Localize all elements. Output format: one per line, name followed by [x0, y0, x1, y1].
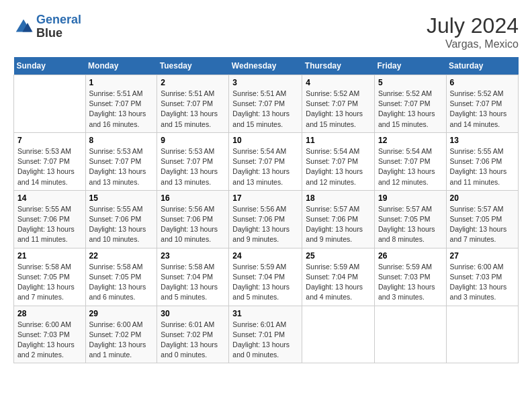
day-number: 23	[161, 251, 225, 261]
day-number: 19	[378, 193, 443, 203]
title-block: July 2024 Vargas, Mexico	[427, 13, 519, 50]
day-info: Sunrise: 5:57 AM Sunset: 7:05 PM Dayligh…	[450, 204, 515, 245]
day-number: 16	[161, 193, 225, 203]
calendar-cell: 5Sunrise: 5:52 AM Sunset: 7:07 PM Daylig…	[374, 75, 446, 133]
calendar-cell: 18Sunrise: 5:57 AM Sunset: 7:06 PM Dayli…	[302, 190, 375, 248]
day-info: Sunrise: 5:55 AM Sunset: 7:06 PM Dayligh…	[17, 204, 82, 245]
day-number: 27	[450, 251, 515, 261]
day-info: Sunrise: 5:51 AM Sunset: 7:07 PM Dayligh…	[161, 89, 225, 130]
day-number: 25	[306, 251, 371, 261]
day-number: 9	[161, 136, 225, 145]
day-number: 4	[306, 78, 371, 87]
day-number: 3	[232, 78, 298, 87]
day-number: 6	[450, 78, 515, 87]
logo: General Blue	[13, 13, 81, 40]
page-header: General Blue July 2024 Vargas, Mexico	[13, 13, 519, 50]
calendar-cell	[302, 306, 375, 363]
location: Vargas, Mexico	[427, 38, 519, 50]
calendar-cell: 13Sunrise: 5:55 AM Sunset: 7:06 PM Dayli…	[446, 132, 518, 190]
day-of-week-header: Monday	[85, 57, 157, 75]
day-number: 28	[17, 309, 82, 318]
calendar-cell: 17Sunrise: 5:56 AM Sunset: 7:06 PM Dayli…	[229, 190, 302, 248]
calendar-cell: 24Sunrise: 5:59 AM Sunset: 7:04 PM Dayli…	[229, 248, 302, 306]
day-info: Sunrise: 5:53 AM Sunset: 7:07 PM Dayligh…	[17, 146, 82, 187]
logo-line1: General	[36, 13, 81, 26]
day-info: Sunrise: 5:59 AM Sunset: 7:04 PM Dayligh…	[306, 262, 371, 303]
day-number: 24	[232, 251, 298, 261]
calendar-cell: 21Sunrise: 5:58 AM Sunset: 7:05 PM Dayli…	[14, 248, 86, 306]
calendar-header-row: SundayMondayTuesdayWednesdayThursdayFrid…	[14, 57, 519, 75]
day-of-week-header: Friday	[374, 57, 446, 75]
day-number: 17	[232, 193, 298, 203]
day-info: Sunrise: 5:51 AM Sunset: 7:07 PM Dayligh…	[89, 89, 154, 130]
day-info: Sunrise: 5:54 AM Sunset: 7:07 PM Dayligh…	[378, 146, 443, 187]
day-info: Sunrise: 6:00 AM Sunset: 7:03 PM Dayligh…	[450, 262, 515, 303]
calendar-cell: 8Sunrise: 5:53 AM Sunset: 7:07 PM Daylig…	[85, 132, 157, 190]
day-info: Sunrise: 5:58 AM Sunset: 7:04 PM Dayligh…	[161, 262, 225, 303]
day-of-week-header: Sunday	[14, 57, 86, 75]
day-number: 12	[378, 136, 443, 145]
calendar-cell: 10Sunrise: 5:54 AM Sunset: 7:07 PM Dayli…	[229, 132, 302, 190]
calendar-cell: 22Sunrise: 5:58 AM Sunset: 7:05 PM Dayli…	[85, 248, 157, 306]
calendar-cell: 9Sunrise: 5:53 AM Sunset: 7:07 PM Daylig…	[157, 132, 229, 190]
calendar-cell: 1Sunrise: 5:51 AM Sunset: 7:07 PM Daylig…	[85, 75, 157, 133]
calendar-cell: 16Sunrise: 5:56 AM Sunset: 7:06 PM Dayli…	[157, 190, 229, 248]
day-number: 18	[306, 193, 371, 203]
calendar-cell: 19Sunrise: 5:57 AM Sunset: 7:05 PM Dayli…	[374, 190, 446, 248]
calendar-cell: 3Sunrise: 5:51 AM Sunset: 7:07 PM Daylig…	[229, 75, 302, 133]
day-number: 22	[89, 251, 154, 261]
calendar-cell	[446, 306, 518, 363]
calendar-cell: 26Sunrise: 5:59 AM Sunset: 7:03 PM Dayli…	[374, 248, 446, 306]
calendar-week-row: 1Sunrise: 5:51 AM Sunset: 7:07 PM Daylig…	[14, 75, 519, 133]
day-number: 26	[378, 251, 443, 261]
day-of-week-header: Thursday	[302, 57, 375, 75]
calendar-cell	[374, 306, 446, 363]
day-number: 15	[89, 193, 154, 203]
calendar-cell: 7Sunrise: 5:53 AM Sunset: 7:07 PM Daylig…	[14, 132, 86, 190]
day-info: Sunrise: 5:53 AM Sunset: 7:07 PM Dayligh…	[89, 146, 154, 187]
calendar-cell: 15Sunrise: 5:55 AM Sunset: 7:06 PM Dayli…	[85, 190, 157, 248]
day-info: Sunrise: 5:57 AM Sunset: 7:05 PM Dayligh…	[378, 204, 443, 245]
day-info: Sunrise: 5:52 AM Sunset: 7:07 PM Dayligh…	[450, 89, 515, 130]
day-info: Sunrise: 5:56 AM Sunset: 7:06 PM Dayligh…	[232, 204, 298, 245]
day-info: Sunrise: 5:57 AM Sunset: 7:06 PM Dayligh…	[306, 204, 371, 245]
day-number: 30	[161, 309, 225, 318]
calendar-week-row: 14Sunrise: 5:55 AM Sunset: 7:06 PM Dayli…	[14, 190, 519, 248]
day-info: Sunrise: 6:01 AM Sunset: 7:01 PM Dayligh…	[232, 320, 298, 361]
day-info: Sunrise: 5:55 AM Sunset: 7:06 PM Dayligh…	[450, 146, 515, 187]
calendar-week-row: 7Sunrise: 5:53 AM Sunset: 7:07 PM Daylig…	[14, 132, 519, 190]
day-of-week-header: Tuesday	[157, 57, 229, 75]
day-number: 5	[378, 78, 443, 87]
calendar-cell	[14, 75, 86, 133]
day-number: 21	[17, 251, 82, 261]
day-number: 13	[450, 136, 515, 145]
calendar-cell: 27Sunrise: 6:00 AM Sunset: 7:03 PM Dayli…	[446, 248, 518, 306]
day-info: Sunrise: 6:01 AM Sunset: 7:02 PM Dayligh…	[161, 320, 225, 361]
day-info: Sunrise: 5:58 AM Sunset: 7:05 PM Dayligh…	[89, 262, 154, 303]
calendar-cell: 23Sunrise: 5:58 AM Sunset: 7:04 PM Dayli…	[157, 248, 229, 306]
calendar-cell: 31Sunrise: 6:01 AM Sunset: 7:01 PM Dayli…	[229, 306, 302, 363]
calendar-cell: 30Sunrise: 6:01 AM Sunset: 7:02 PM Dayli…	[157, 306, 229, 363]
day-number: 8	[89, 136, 154, 145]
day-of-week-header: Wednesday	[229, 57, 302, 75]
calendar-cell: 11Sunrise: 5:54 AM Sunset: 7:07 PM Dayli…	[302, 132, 375, 190]
day-number: 11	[306, 136, 371, 145]
day-number: 10	[232, 136, 298, 145]
day-info: Sunrise: 5:51 AM Sunset: 7:07 PM Dayligh…	[232, 89, 298, 130]
calendar-cell: 14Sunrise: 5:55 AM Sunset: 7:06 PM Dayli…	[14, 190, 86, 248]
calendar-week-row: 21Sunrise: 5:58 AM Sunset: 7:05 PM Dayli…	[14, 248, 519, 306]
day-info: Sunrise: 5:52 AM Sunset: 7:07 PM Dayligh…	[378, 89, 443, 130]
day-info: Sunrise: 6:00 AM Sunset: 7:02 PM Dayligh…	[89, 320, 154, 361]
day-info: Sunrise: 5:54 AM Sunset: 7:07 PM Dayligh…	[306, 146, 371, 187]
day-info: Sunrise: 5:59 AM Sunset: 7:04 PM Dayligh…	[232, 262, 298, 303]
calendar-cell: 25Sunrise: 5:59 AM Sunset: 7:04 PM Dayli…	[302, 248, 375, 306]
calendar-cell: 2Sunrise: 5:51 AM Sunset: 7:07 PM Daylig…	[157, 75, 229, 133]
day-number: 29	[89, 309, 154, 318]
logo-text: General Blue	[36, 13, 81, 40]
logo-line2: Blue	[36, 27, 81, 40]
calendar-cell: 6Sunrise: 5:52 AM Sunset: 7:07 PM Daylig…	[446, 75, 518, 133]
day-info: Sunrise: 5:55 AM Sunset: 7:06 PM Dayligh…	[89, 204, 154, 245]
day-info: Sunrise: 5:59 AM Sunset: 7:03 PM Dayligh…	[378, 262, 443, 303]
day-info: Sunrise: 5:54 AM Sunset: 7:07 PM Dayligh…	[232, 146, 298, 187]
calendar-cell: 4Sunrise: 5:52 AM Sunset: 7:07 PM Daylig…	[302, 75, 375, 133]
